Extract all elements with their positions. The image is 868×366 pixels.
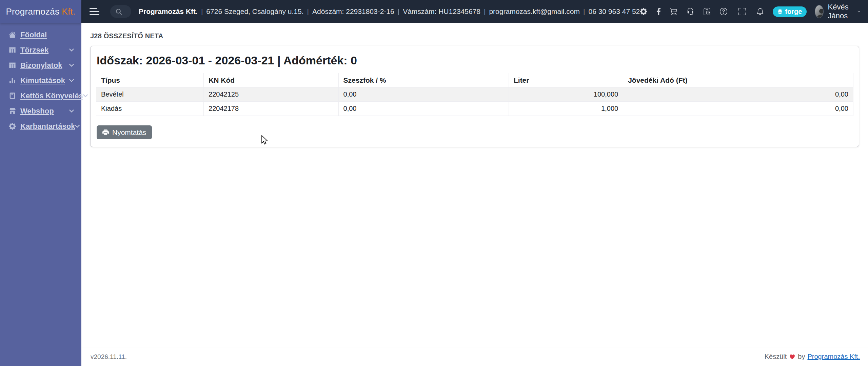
cell-kn-kod: 22042178 [204,102,338,116]
content-area: J28 ÖSSZESÍTŐ NETA Időszak: 2026-03-01 -… [81,23,868,347]
sidebar-item-bizonylatok[interactable]: Bizonylatok [0,58,81,73]
made-by-word: by [798,353,805,361]
company-phone: 06 30 963 47 52 [588,7,640,16]
sidebar-item-label: Kimutatások [20,76,65,85]
store-icon [9,107,17,115]
user-menu[interactable]: Kévés János [828,3,861,20]
page-title: J28 ÖSSZESÍTŐ NETA [90,32,859,40]
cell-liter: 100,000 [509,87,623,102]
bar-chart-icon [9,77,17,84]
table-icon [9,62,17,69]
report-table: Típus KN Kód Szeszfok / % Liter Jövedéki… [96,73,853,116]
table-row: Bevétel 22042125 0,00 100,000 0,00 [96,87,853,102]
cell-jovedeki-ado: 0,00 [623,87,853,102]
company-tax-number: Adószám: 22931803-2-16 [312,7,394,16]
company-link[interactable]: Programozás Kft. [807,353,860,361]
sidebar-item-label: Törzsek [20,46,48,55]
company-email: programozas.kft@gmail.com [489,7,580,16]
col-header-kn-kod: KN Kód [204,73,338,87]
settings-gear-icon[interactable] [640,8,647,15]
book-icon [9,92,17,100]
cell-tipus: Bevétel [96,87,204,102]
sidebar-item-label: Főoldal [20,30,47,39]
separator: | [307,7,309,16]
chevron-down-icon [75,125,80,128]
help-icon[interactable] [720,8,727,15]
table-header-row: Típus KN Kód Szeszfok / % Liter Jövedéki… [96,73,853,87]
cell-tipus: Kiadás [96,102,204,116]
topbar: Programozás Kft. | 6726 Szeged, Csalogán… [81,0,868,23]
columns-icon [9,46,17,54]
fullscreen-icon[interactable] [738,8,746,15]
brand-name: Programozás [6,6,59,17]
gear-icon [9,123,17,130]
cell-szeszfok: 0,00 [338,102,509,116]
headset-support-icon[interactable] [687,8,694,15]
chevron-down-icon [69,48,74,52]
database-icon [777,9,783,14]
version-label: v2026.11.11. [91,353,127,361]
cell-szeszfok: 0,00 [338,87,509,102]
separator: | [398,7,399,16]
separator: | [484,7,486,16]
sidebar-item-torzsek[interactable]: Törzsek [0,42,81,58]
sidebar-item-label: Karbantartások [20,122,75,131]
separator: | [583,7,585,16]
made-by: Készült by Programozás Kft. [765,353,860,361]
company-customs-number: Vámszám: HU12345678 [403,7,480,16]
sidebar-item-label: Kettős Könyvelés [20,92,83,100]
company-address: 6726 Szeged, Csalogány u.15. [206,7,303,16]
home-icon [9,31,17,39]
menu-toggle-icon[interactable] [90,8,99,16]
chevron-down-icon [69,79,74,82]
search-icon [116,8,122,15]
company-info: Programozás Kft. | 6726 Szeged, Csalogán… [139,7,640,16]
chevron-down-icon [69,64,74,67]
report-period-title: Időszak: 2026-03-01 - 2026-03-21 | Adómé… [97,54,853,67]
printer-icon [102,129,109,136]
sidebar-item-karbantartasok[interactable]: Karbantartások [0,119,81,134]
cell-kn-kod: 22042125 [204,87,338,102]
brand-suffix: Kft. [62,6,75,17]
company-name: Programozás Kft. [139,7,198,16]
col-header-liter: Liter [509,73,623,87]
forge-label: forge [785,8,802,16]
search-box[interactable] [110,5,131,18]
sidebar-item-label: Webshop [20,107,54,116]
facebook-icon[interactable] [656,8,661,15]
chevron-down-icon [83,94,88,97]
print-button[interactable]: Nyomtatás [97,125,152,139]
col-header-jovedeki-ado: Jövedéki Adó (Ft) [623,73,853,87]
cart-icon[interactable] [670,8,677,15]
heart-icon [789,354,795,360]
bell-icon[interactable] [756,8,764,15]
forge-badge[interactable]: forge [773,6,807,17]
sidebar-item-webshop[interactable]: Webshop [0,103,81,119]
brand-logo[interactable]: Programozás Kft. [0,0,81,23]
separator: | [201,7,203,16]
topbar-actions: forge Kévés János [640,3,860,20]
sidebar-item-label: Bizonylatok [20,61,62,70]
report-card: Időszak: 2026-03-01 - 2026-03-21 | Adómé… [90,46,859,147]
cell-jovedeki-ado: 0,00 [623,102,853,116]
avatar[interactable] [815,5,823,18]
col-header-szeszfok: Szeszfok / % [338,73,509,87]
sidebar-item-kimutatasok[interactable]: Kimutatások [0,73,81,88]
chevron-down-icon [69,109,74,113]
user-name-label: Kévés János [828,3,855,20]
sidebar: Programozás Kft. Főoldal Törzsek Bizonyl… [0,0,81,366]
chevron-down-icon [857,10,860,13]
cell-liter: 1,000 [509,102,623,116]
sidebar-menu: Főoldal Törzsek Bizonylatok Kimuta [0,23,81,134]
table-row: Kiadás 22042178 0,00 1,000 0,00 [96,102,853,116]
sidebar-item-kettos-konyveles[interactable]: Kettős Könyvelés [0,88,81,103]
clipboard-clock-icon[interactable] [703,8,711,15]
print-button-label: Nyomtatás [112,128,146,137]
sidebar-item-fooldal[interactable]: Főoldal [0,27,81,42]
made-prefix: Készült [765,353,787,361]
col-header-tipus: Típus [96,73,204,87]
footer: v2026.11.11. Készült by Programozás Kft. [81,347,868,366]
